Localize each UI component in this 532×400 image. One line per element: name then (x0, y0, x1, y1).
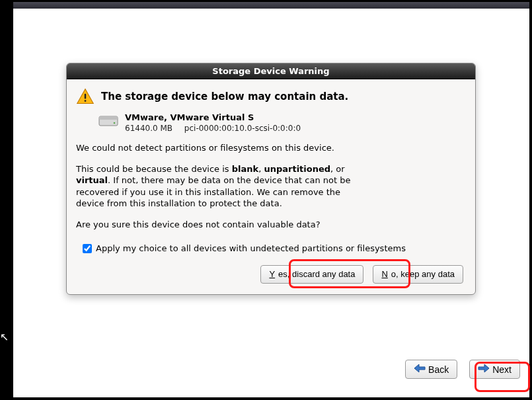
installer-page: Storage Device Warning The storage devic… (13, 2, 529, 397)
explanation-message: This could be because the device is blan… (76, 163, 354, 210)
mouse-cursor-icon: ↖ (0, 331, 9, 343)
dialog-heading: The storage device below may contain dat… (101, 91, 348, 102)
confirm-question: Are you sure this device does not contai… (76, 219, 354, 231)
device-row: VMware, VMware Virtual S 61440.0 MB pci-… (98, 112, 466, 133)
apply-all-label: Apply my choice to all devices with unde… (96, 243, 406, 253)
apply-all-checkbox[interactable] (83, 244, 92, 253)
warning-icon (76, 87, 95, 106)
device-path: pci-0000:00:10.0-scsi-0:0:0:0 (184, 124, 301, 133)
device-details: 61440.0 MB pci-0000:00:10.0-scsi-0:0:0:0 (125, 124, 301, 133)
device-name: VMware, VMware Virtual S (125, 112, 301, 122)
back-button[interactable]: Back (405, 360, 457, 379)
dialog-title: Storage Device Warning (67, 63, 475, 79)
wizard-footer: Back Next (405, 360, 520, 379)
storage-warning-dialog: Storage Device Warning The storage devic… (66, 63, 476, 295)
arrow-left-icon (414, 364, 426, 375)
next-button[interactable]: Next (469, 360, 520, 379)
device-size: 61440.0 MB (125, 124, 182, 133)
svg-point-4 (114, 122, 116, 124)
top-accent-bar (13, 2, 529, 9)
dialog-body: The storage device below may contain dat… (67, 79, 475, 294)
yes-discard-button[interactable]: Yes, discard any data (260, 265, 363, 284)
detect-message: We could not detect partitions or filesy… (76, 142, 354, 154)
no-keep-button[interactable]: No, keep any data (373, 265, 463, 284)
arrow-right-icon (478, 364, 490, 375)
apply-all-checkbox-row[interactable]: Apply my choice to all devices with unde… (83, 243, 466, 253)
svg-rect-3 (99, 116, 118, 120)
svg-rect-0 (85, 94, 86, 99)
svg-point-1 (85, 100, 87, 102)
hard-drive-icon (98, 112, 118, 128)
